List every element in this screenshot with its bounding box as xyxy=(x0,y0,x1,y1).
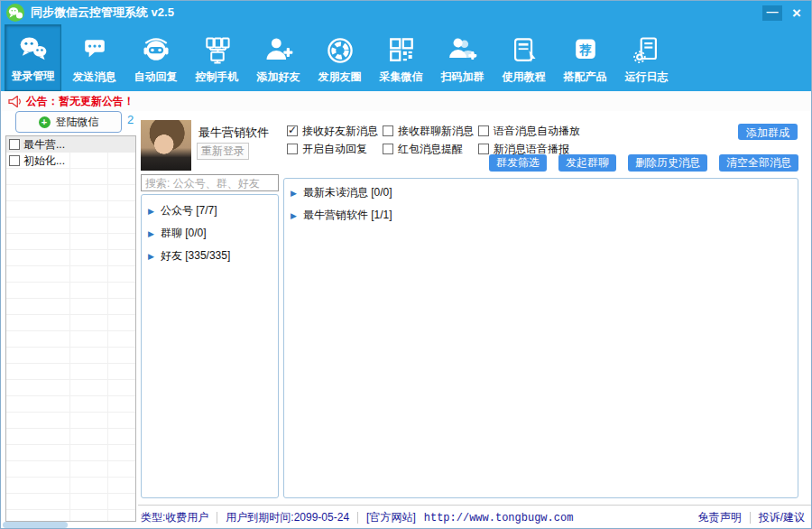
toolbar-item-auto-reply[interactable]: 自动回复 xyxy=(127,24,184,91)
toolbar-item-tutorial[interactable]: 使用教程 xyxy=(495,24,552,91)
delete-history-button[interactable]: 删除历史消息 xyxy=(628,154,707,172)
tree-item-label: 好友 [335/335] xyxy=(161,248,230,264)
wechat-icon xyxy=(17,33,50,66)
tree-item-friends[interactable]: ▶ 好友 [335/335] xyxy=(142,245,278,267)
option-label: 语音消息自动播放 xyxy=(494,124,580,139)
search-input[interactable] xyxy=(141,174,279,191)
add-group-member-button[interactable]: 添加群成员 xyxy=(738,124,798,140)
toolbar-item-label: 自动回复 xyxy=(134,70,178,85)
toolbar-item-label: 登录管理 xyxy=(12,69,55,84)
chevron-right-icon: ▶ xyxy=(291,211,297,220)
toolbar-item-label: 扫码加群 xyxy=(441,70,484,85)
devices-icon xyxy=(201,34,234,67)
svg-text:荐: 荐 xyxy=(578,43,592,57)
toolbar-item-scan-join-group[interactable]: 扫码加群 xyxy=(434,24,491,91)
account-row[interactable]: 最牛营... xyxy=(6,136,135,153)
message-options: 接收好友新消息 接收群聊新消息 语音消息自动播放 开启自动回复 红包消息提醒 新… xyxy=(287,122,597,158)
toolbar-item-recommend-product[interactable]: 荐 搭配产品 xyxy=(557,24,614,91)
toolbar-item-label: 发朋友圈 xyxy=(318,70,362,85)
checkbox[interactable] xyxy=(287,144,298,154)
messages-item-label: 最新未读消息 [0/0] xyxy=(303,185,392,200)
window-title: 同步微信云控管理系统 v2.5 xyxy=(31,5,174,21)
checkbox[interactable] xyxy=(478,144,489,154)
toolbar-item-label: 控制手机 xyxy=(196,70,239,85)
toolbar-item-moments[interactable]: 发朋友圈 xyxy=(311,24,368,91)
add-friend-icon xyxy=(263,34,295,67)
checkbox[interactable] xyxy=(383,125,393,136)
toolbar-item-add-friend[interactable]: 添加好友 xyxy=(250,24,307,91)
toolbar: 登录管理 发送消息 自动回复 xyxy=(1,24,811,91)
official-site-label[interactable]: [官方网站] xyxy=(358,510,424,525)
recommend-icon: 荐 xyxy=(569,34,602,67)
close-button[interactable]: × xyxy=(789,5,804,21)
option-voice-autoplay[interactable]: 语音消息自动播放 xyxy=(478,122,597,140)
log-icon xyxy=(631,34,663,67)
scan-group-icon xyxy=(447,34,479,67)
clear-all-messages-button[interactable]: 清空全部消息 xyxy=(719,154,798,172)
login-wechat-label: 登陆微信 xyxy=(56,115,99,130)
toolbar-item-label: 采集微信 xyxy=(380,70,423,85)
announcement-text: 公告：暂无更新公告！ xyxy=(26,94,134,109)
tutorial-icon xyxy=(508,34,540,67)
statusbar-links: 免责声明 投诉/建议 xyxy=(696,506,812,529)
chevron-right-icon: ▶ xyxy=(148,229,154,238)
toolbar-item-control-phone[interactable]: 控制手机 xyxy=(189,24,245,91)
checkbox[interactable] xyxy=(287,125,298,136)
tree-item-group-chats[interactable]: ▶ 群聊 [0/0] xyxy=(142,222,278,245)
titlebar: 同步微信云控管理系统 v2.5 — × xyxy=(1,1,811,24)
tree-item-label: 群聊 [0/0] xyxy=(161,226,207,241)
statusbar: 类型:收费用户 用户到期时间:2099-05-24 [官方网站] http://… xyxy=(138,505,812,529)
account-checkbox[interactable] xyxy=(9,155,20,166)
toolbar-item-login-manage[interactable]: 登录管理 xyxy=(5,24,61,91)
account-row[interactable]: 初始化... xyxy=(6,153,135,169)
minimize-button[interactable]: — xyxy=(762,5,782,21)
toolbar-item-label: 发送消息 xyxy=(73,70,116,85)
announcement-bar: 公告：暂无更新公告！ xyxy=(1,91,811,111)
chevron-right-icon: ▶ xyxy=(291,189,297,198)
tree-item-official-accounts[interactable]: ▶ 公众号 [7/7] xyxy=(142,200,278,222)
horizontal-scrollbar-thumb[interactable] xyxy=(3,522,68,528)
wechat-logo-icon xyxy=(5,3,25,23)
chevron-right-icon: ▶ xyxy=(148,207,154,216)
chevron-right-icon: ▶ xyxy=(148,252,154,261)
grid-line xyxy=(107,136,108,521)
profile-name: 最牛营销软件 xyxy=(198,125,269,141)
account-label: 初始化... xyxy=(23,153,65,169)
robot-icon xyxy=(140,34,172,67)
group-send-filter-button[interactable]: 群发筛选 xyxy=(489,154,547,172)
app-window: 同步微信云控管理系统 v2.5 — × 登录管理 xyxy=(0,0,812,529)
toolbar-item-collect-wechat[interactable]: 采集微信 xyxy=(373,24,429,91)
plus-icon: + xyxy=(39,116,51,128)
account-label: 最牛营... xyxy=(23,137,65,153)
disclaimer-link[interactable]: 免责声明 xyxy=(696,510,750,525)
official-site-url[interactable]: http://www.tongbugw.com xyxy=(424,512,574,524)
checkbox[interactable] xyxy=(383,144,393,154)
tree-item-label: 公众号 [7/7] xyxy=(161,203,217,218)
toolbar-item-send-message[interactable]: 发送消息 xyxy=(66,24,123,91)
messages-panel: ▶ 最新未读消息 [0/0] ▶ 最牛营销软件 [1/1] xyxy=(283,178,798,498)
contact-tree-panel: ▶ 公众号 [7/7] ▶ 群聊 [0/0] ▶ 好友 [335/335] xyxy=(141,194,279,498)
toolbar-item-label: 搭配产品 xyxy=(564,70,607,85)
toolbar-item-run-log[interactable]: 运行日志 xyxy=(618,24,675,91)
messages-item-unread[interactable]: ▶ 最新未读消息 [0/0] xyxy=(284,181,798,204)
toolbar-item-label: 添加好友 xyxy=(257,70,300,85)
megaphone-icon xyxy=(8,96,22,107)
option-label: 接收群聊新消息 xyxy=(398,124,474,139)
checkbox[interactable] xyxy=(478,125,489,136)
account-checkbox[interactable] xyxy=(9,139,20,150)
login-wechat-button[interactable]: + 登陆微信 xyxy=(15,111,122,133)
option-receive-group-msg[interactable]: 接收群聊新消息 xyxy=(383,122,478,140)
toolbar-item-label: 运行日志 xyxy=(625,70,669,85)
window-controls: — × xyxy=(762,5,804,21)
qr-collect-icon xyxy=(385,34,418,67)
relogin-button[interactable]: 重新登录 xyxy=(197,143,249,160)
account-count: 2 xyxy=(127,113,134,126)
complaint-link[interactable]: 投诉/建议 xyxy=(751,510,812,525)
messages-item-label: 最牛营销软件 [1/1] xyxy=(303,208,392,223)
messages-item-account[interactable]: ▶ 最牛营销软件 [1/1] xyxy=(284,204,798,227)
option-receive-friend-msg[interactable]: 接收好友新消息 xyxy=(287,122,383,140)
account-list: 最牛营... 初始化... xyxy=(5,135,136,522)
aperture-icon xyxy=(324,34,356,67)
start-group-chat-button[interactable]: 发起群聊 xyxy=(558,154,616,172)
option-label: 接收好友新消息 xyxy=(302,124,378,139)
